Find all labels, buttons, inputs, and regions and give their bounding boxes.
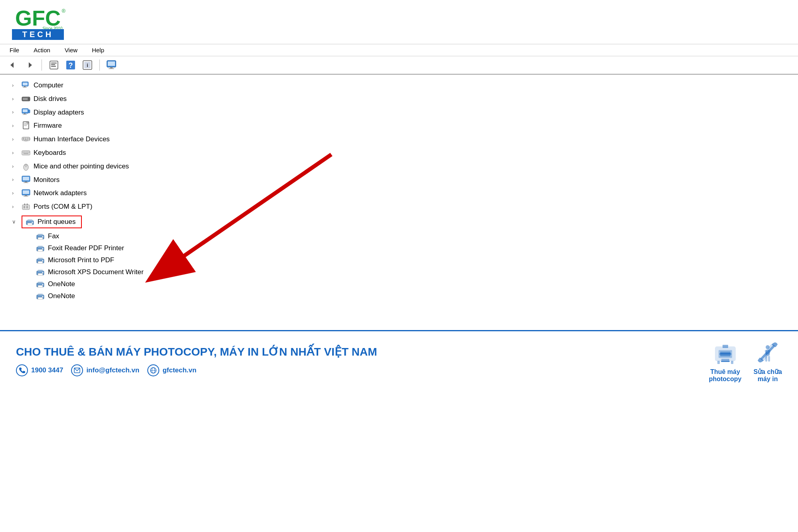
expand-arrow-mice: › bbox=[12, 163, 18, 170]
svg-rect-117 bbox=[768, 356, 770, 362]
tree-item-monitors[interactable]: › Monitors bbox=[0, 173, 798, 187]
web-value: gfctech.vn bbox=[162, 366, 196, 374]
disk-drives-icon bbox=[22, 95, 30, 103]
menu-view[interactable]: View bbox=[63, 46, 79, 54]
tree-subitem-fax[interactable]: Fax bbox=[0, 230, 798, 242]
svg-rect-54 bbox=[23, 177, 29, 180]
email-value: info@gfctech.vn bbox=[86, 366, 139, 374]
device-manager-icon-button[interactable] bbox=[105, 59, 118, 71]
tree-subitem-xps[interactable]: Microsoft XPS Document Writer bbox=[0, 266, 798, 278]
svg-rect-14 bbox=[110, 67, 113, 68]
svg-rect-60 bbox=[24, 196, 28, 197]
tree-label-computer: Computer bbox=[34, 81, 63, 90]
back-button[interactable] bbox=[6, 59, 19, 71]
tree-item-hid[interactable]: › Human Interface Devices bbox=[0, 133, 798, 146]
svg-rect-87 bbox=[38, 282, 43, 283]
expand-arrow-print-queues: ∨ bbox=[12, 219, 18, 225]
contact-email[interactable]: info@gfctech.vn bbox=[71, 364, 139, 376]
menu-bar: File Action View Help bbox=[0, 44, 798, 56]
svg-rect-18 bbox=[24, 86, 26, 87]
svg-rect-47 bbox=[27, 152, 28, 152]
svg-rect-84 bbox=[38, 273, 43, 275]
svg-point-81 bbox=[42, 260, 44, 261]
svg-rect-27 bbox=[28, 110, 30, 113]
tree-subitem-ms-pdf[interactable]: Microsoft Print to PDF bbox=[0, 254, 798, 266]
computer-icon bbox=[22, 81, 30, 90]
svg-rect-59 bbox=[25, 195, 27, 196]
banner-title: CHO THUÊ & BÁN MÁY PHOTOCOPY, MÁY IN LỚN… bbox=[16, 345, 693, 359]
subitem-label-ms-pdf: Microsoft Print to PDF bbox=[48, 256, 114, 264]
menu-help[interactable]: Help bbox=[90, 46, 106, 54]
svg-rect-31 bbox=[24, 125, 27, 126]
tree-label-network: Network adapters bbox=[34, 188, 87, 198]
fax-icon bbox=[36, 232, 45, 241]
tree-item-network[interactable]: › Network adapters bbox=[0, 186, 798, 200]
svg-rect-45 bbox=[24, 152, 25, 152]
expand-arrow-firmware: › bbox=[12, 122, 18, 129]
svg-rect-104 bbox=[723, 345, 728, 348]
phone-icon bbox=[16, 364, 28, 376]
toolbar: ? i bbox=[0, 56, 798, 75]
svg-rect-63 bbox=[26, 206, 28, 208]
service-photocopy: Thuê máyphotocopy bbox=[709, 339, 742, 383]
menu-action[interactable]: Action bbox=[32, 46, 52, 54]
svg-rect-61 bbox=[22, 205, 30, 210]
hid-icon bbox=[22, 135, 30, 144]
svg-rect-58 bbox=[23, 190, 29, 194]
properties-button[interactable] bbox=[48, 59, 60, 71]
contact-web[interactable]: gfctech.vn bbox=[147, 364, 196, 376]
help-icon-button[interactable]: ? bbox=[64, 59, 77, 71]
tree-item-disk-drives[interactable]: › Disk drives bbox=[0, 92, 798, 106]
tree-item-mice[interactable]: › Mice and other pointing devices bbox=[0, 160, 798, 173]
svg-rect-55 bbox=[25, 182, 27, 182]
tree-item-computer[interactable]: › Computer bbox=[0, 79, 798, 92]
expand-arrow-keyboards: › bbox=[12, 149, 18, 156]
tree-label-monitors: Monitors bbox=[34, 175, 59, 185]
tree-item-display-adapters[interactable]: › Display adapters bbox=[0, 106, 798, 119]
svg-rect-116 bbox=[765, 356, 767, 362]
print-queues-icon bbox=[26, 218, 34, 226]
svg-rect-24 bbox=[23, 109, 28, 112]
service-section: Thuê máyphotocopy bbox=[709, 338, 782, 383]
tree-label-firmware: Firmware bbox=[34, 121, 62, 131]
svg-rect-37 bbox=[25, 139, 26, 140]
tree-item-ports[interactable]: › Ports (COM & LPT) bbox=[0, 200, 798, 214]
svg-rect-92 bbox=[38, 297, 43, 299]
svg-rect-75 bbox=[38, 246, 43, 247]
svg-rect-79 bbox=[38, 258, 43, 259]
tree-subitem-onenote-2[interactable]: OneNote bbox=[0, 290, 798, 302]
update-driver-button[interactable]: i bbox=[81, 59, 94, 71]
tree-item-print-queues[interactable]: ∨ Print queues bbox=[0, 214, 798, 230]
phone-value: 1900 3447 bbox=[31, 366, 63, 374]
svg-rect-39 bbox=[27, 139, 28, 140]
svg-rect-41 bbox=[28, 139, 30, 140]
svg-rect-35 bbox=[23, 139, 24, 140]
tree-item-firmware[interactable]: › Firmware bbox=[0, 119, 798, 133]
contact-phone[interactable]: 1900 3447 bbox=[16, 364, 63, 376]
tree-subitem-foxit[interactable]: Foxit Reader PDF Printer bbox=[0, 242, 798, 254]
svg-rect-36 bbox=[25, 138, 26, 138]
menu-file[interactable]: File bbox=[8, 46, 21, 54]
tree-label-display: Display adapters bbox=[34, 108, 84, 117]
subitem-label-onenote-1: OneNote bbox=[48, 280, 75, 288]
print-queues-box: Print queues bbox=[22, 216, 82, 228]
svg-rect-83 bbox=[38, 270, 43, 271]
onenote-2-icon bbox=[36, 292, 45, 301]
svg-text:i: i bbox=[87, 62, 88, 68]
service-repair: Sửa chữamáy in bbox=[753, 338, 782, 383]
svg-rect-65 bbox=[27, 204, 28, 205]
foxit-icon bbox=[36, 244, 45, 253]
expand-arrow-monitors: › bbox=[12, 176, 18, 183]
expand-arrow-network: › bbox=[12, 190, 18, 197]
svg-rect-48 bbox=[28, 152, 30, 152]
svg-point-73 bbox=[42, 236, 44, 237]
tree-label-ports: Ports (COM & LPT) bbox=[34, 202, 92, 212]
forward-button[interactable] bbox=[23, 59, 36, 71]
tree-item-keyboards[interactable]: › Keyboards bbox=[0, 146, 798, 160]
svg-rect-19 bbox=[23, 87, 27, 88]
tree-subitem-onenote-1[interactable]: OneNote bbox=[0, 278, 798, 290]
ports-icon bbox=[22, 202, 30, 211]
svg-rect-67 bbox=[28, 220, 32, 221]
svg-rect-4 bbox=[51, 64, 55, 65]
svg-point-112 bbox=[766, 345, 770, 349]
